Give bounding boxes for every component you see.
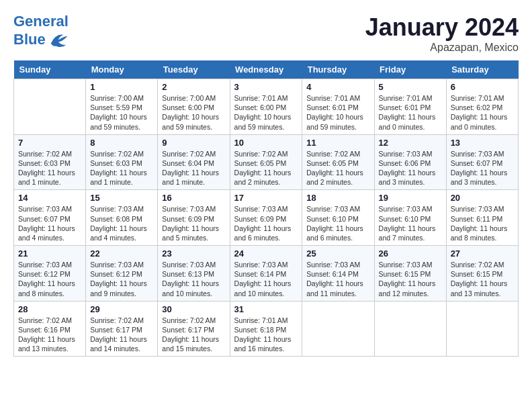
- calendar-cell: 12Sunrise: 7:03 AMSunset: 6:06 PMDayligh…: [374, 134, 446, 190]
- day-info: Sunrise: 7:02 AMSunset: 6:17 PMDaylight:…: [162, 316, 225, 354]
- day-number: 1: [90, 82, 153, 92]
- col-header-saturday: Saturday: [446, 60, 518, 79]
- col-header-sunday: Sunday: [14, 60, 86, 79]
- col-header-friday: Friday: [374, 60, 446, 79]
- day-number: 28: [18, 304, 81, 314]
- day-info: Sunrise: 7:03 AMSunset: 6:07 PMDaylight:…: [18, 204, 81, 242]
- day-info: Sunrise: 7:03 AMSunset: 6:14 PMDaylight:…: [234, 260, 298, 298]
- day-number: 3: [234, 82, 298, 92]
- day-number: 11: [306, 138, 369, 148]
- calendar-cell: 6Sunrise: 7:01 AMSunset: 6:02 PMDaylight…: [446, 79, 518, 135]
- calendar-cell: 15Sunrise: 7:03 AMSunset: 6:08 PMDayligh…: [86, 190, 158, 246]
- calendar-cell: 23Sunrise: 7:03 AMSunset: 6:13 PMDayligh…: [158, 246, 230, 302]
- col-header-tuesday: Tuesday: [158, 60, 230, 79]
- calendar-cell: [14, 79, 86, 135]
- day-number: 18: [306, 193, 369, 203]
- logo-bird-icon: [48, 30, 69, 50]
- day-info: Sunrise: 7:03 AMSunset: 6:12 PMDaylight:…: [90, 260, 153, 298]
- day-info: Sunrise: 7:03 AMSunset: 6:14 PMDaylight:…: [306, 260, 369, 298]
- title-block: January 2024 Apazapan, Mexico: [365, 13, 519, 54]
- day-info: Sunrise: 7:02 AMSunset: 6:05 PMDaylight:…: [234, 149, 298, 187]
- day-number: 4: [306, 82, 369, 92]
- calendar-cell: 31Sunrise: 7:01 AMSunset: 6:18 PMDayligh…: [230, 301, 302, 357]
- calendar-header-row: SundayMondayTuesdayWednesdayThursdayFrid…: [14, 60, 519, 79]
- day-number: 16: [162, 193, 225, 203]
- day-number: 6: [451, 82, 514, 92]
- day-number: 9: [162, 138, 225, 148]
- calendar-cell: 10Sunrise: 7:02 AMSunset: 6:05 PMDayligh…: [230, 134, 302, 190]
- day-info: Sunrise: 7:03 AMSunset: 6:07 PMDaylight:…: [451, 149, 514, 187]
- calendar-week-row: 28Sunrise: 7:02 AMSunset: 6:16 PMDayligh…: [14, 301, 519, 357]
- logo-text: General Blue: [13, 13, 69, 50]
- calendar-week-row: 1Sunrise: 7:00 AMSunset: 5:59 PMDaylight…: [14, 79, 519, 135]
- calendar-cell: 16Sunrise: 7:03 AMSunset: 6:09 PMDayligh…: [158, 190, 230, 246]
- day-number: 2: [162, 82, 225, 92]
- day-info: Sunrise: 7:02 AMSunset: 6:03 PMDaylight:…: [90, 149, 153, 187]
- calendar-week-row: 7Sunrise: 7:02 AMSunset: 6:03 PMDaylight…: [14, 134, 519, 190]
- calendar-cell: 26Sunrise: 7:03 AMSunset: 6:15 PMDayligh…: [374, 246, 446, 302]
- day-info: Sunrise: 7:03 AMSunset: 6:13 PMDaylight:…: [162, 260, 225, 298]
- calendar-cell: 20Sunrise: 7:03 AMSunset: 6:11 PMDayligh…: [446, 190, 518, 246]
- day-info: Sunrise: 7:02 AMSunset: 6:05 PMDaylight:…: [306, 149, 369, 187]
- day-info: Sunrise: 7:03 AMSunset: 6:10 PMDaylight:…: [306, 204, 369, 242]
- day-info: Sunrise: 7:03 AMSunset: 6:09 PMDaylight:…: [234, 204, 298, 242]
- logo: General Blue: [13, 13, 69, 50]
- calendar-cell: 14Sunrise: 7:03 AMSunset: 6:07 PMDayligh…: [14, 190, 86, 246]
- calendar-cell: 29Sunrise: 7:02 AMSunset: 6:17 PMDayligh…: [86, 301, 158, 357]
- day-number: 10: [234, 138, 298, 148]
- calendar-cell: 25Sunrise: 7:03 AMSunset: 6:14 PMDayligh…: [302, 246, 374, 302]
- day-number: 26: [379, 248, 442, 259]
- calendar-cell: 2Sunrise: 7:00 AMSunset: 6:00 PMDaylight…: [158, 79, 230, 135]
- calendar-cell: 24Sunrise: 7:03 AMSunset: 6:14 PMDayligh…: [230, 246, 302, 302]
- day-info: Sunrise: 7:01 AMSunset: 6:18 PMDaylight:…: [234, 316, 298, 354]
- page-header: General Blue January 2024 Apazapan, Mexi…: [13, 13, 519, 54]
- calendar-cell: 22Sunrise: 7:03 AMSunset: 6:12 PMDayligh…: [86, 246, 158, 302]
- calendar-cell: 19Sunrise: 7:03 AMSunset: 6:10 PMDayligh…: [374, 190, 446, 246]
- calendar-cell: 3Sunrise: 7:01 AMSunset: 6:00 PMDaylight…: [230, 79, 302, 135]
- day-number: 23: [162, 248, 225, 259]
- day-info: Sunrise: 7:01 AMSunset: 6:01 PMDaylight:…: [306, 93, 369, 132]
- calendar-cell: 11Sunrise: 7:02 AMSunset: 6:05 PMDayligh…: [302, 134, 374, 190]
- calendar-cell: 8Sunrise: 7:02 AMSunset: 6:03 PMDaylight…: [86, 134, 158, 190]
- calendar-cell: 27Sunrise: 7:02 AMSunset: 6:15 PMDayligh…: [446, 246, 518, 302]
- day-info: Sunrise: 7:00 AMSunset: 5:59 PMDaylight:…: [90, 93, 153, 132]
- day-number: 13: [451, 138, 514, 148]
- day-number: 21: [18, 248, 81, 259]
- day-number: 19: [379, 193, 442, 203]
- calendar-cell: [446, 301, 518, 357]
- calendar-cell: [302, 301, 374, 357]
- calendar-cell: 28Sunrise: 7:02 AMSunset: 6:16 PMDayligh…: [14, 301, 86, 357]
- day-info: Sunrise: 7:01 AMSunset: 6:02 PMDaylight:…: [451, 93, 514, 132]
- day-number: 15: [90, 193, 153, 203]
- day-info: Sunrise: 7:03 AMSunset: 6:06 PMDaylight:…: [379, 149, 442, 187]
- month-title: January 2024: [365, 13, 519, 42]
- day-info: Sunrise: 7:02 AMSunset: 6:03 PMDaylight:…: [18, 149, 81, 187]
- day-info: Sunrise: 7:03 AMSunset: 6:15 PMDaylight:…: [379, 260, 442, 298]
- day-info: Sunrise: 7:02 AMSunset: 6:15 PMDaylight:…: [451, 260, 514, 298]
- day-number: 17: [234, 193, 298, 203]
- calendar-cell: [374, 301, 446, 357]
- calendar-cell: 18Sunrise: 7:03 AMSunset: 6:10 PMDayligh…: [302, 190, 374, 246]
- day-info: Sunrise: 7:03 AMSunset: 6:10 PMDaylight:…: [379, 204, 442, 242]
- calendar-cell: 21Sunrise: 7:03 AMSunset: 6:12 PMDayligh…: [14, 246, 86, 302]
- day-info: Sunrise: 7:00 AMSunset: 6:00 PMDaylight:…: [162, 93, 225, 132]
- col-header-wednesday: Wednesday: [230, 60, 302, 79]
- day-number: 22: [90, 248, 153, 259]
- day-number: 27: [451, 248, 514, 259]
- day-info: Sunrise: 7:02 AMSunset: 6:16 PMDaylight:…: [18, 316, 81, 354]
- day-info: Sunrise: 7:01 AMSunset: 6:01 PMDaylight:…: [379, 93, 442, 132]
- day-info: Sunrise: 7:02 AMSunset: 6:17 PMDaylight:…: [90, 316, 153, 354]
- day-number: 7: [18, 138, 81, 148]
- day-number: 14: [18, 193, 81, 203]
- calendar-table: SundayMondayTuesdayWednesdayThursdayFrid…: [13, 60, 519, 357]
- day-number: 30: [162, 304, 225, 314]
- calendar-cell: 9Sunrise: 7:02 AMSunset: 6:04 PMDaylight…: [158, 134, 230, 190]
- day-number: 20: [451, 193, 514, 203]
- calendar-cell: 4Sunrise: 7:01 AMSunset: 6:01 PMDaylight…: [302, 79, 374, 135]
- day-number: 8: [90, 138, 153, 148]
- calendar-week-row: 21Sunrise: 7:03 AMSunset: 6:12 PMDayligh…: [14, 246, 519, 302]
- day-number: 31: [234, 304, 298, 314]
- col-header-monday: Monday: [86, 60, 158, 79]
- day-number: 12: [379, 138, 442, 148]
- calendar-cell: 13Sunrise: 7:03 AMSunset: 6:07 PMDayligh…: [446, 134, 518, 190]
